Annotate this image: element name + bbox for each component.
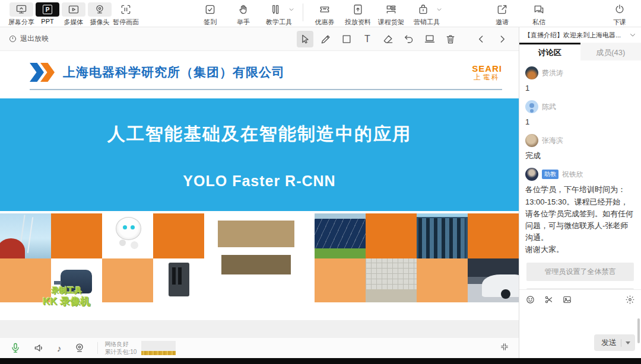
sign-in-icon: [198, 2, 222, 17]
chat-message: 张海滨 完成: [525, 134, 635, 162]
marketing-tools-icon: [411, 2, 435, 17]
eraser-tool-button[interactable]: [380, 31, 396, 47]
materials-button[interactable]: 投放资料: [345, 2, 371, 27]
live-intro-text: 【直播介绍】欢迎来到上海电器...: [524, 31, 629, 40]
sidebar-tabs: 讨论区 成员(43): [519, 43, 641, 60]
chat-message: 助教 祝铁欣 各位学员，下午培训时间为：13:00-15:30。课程已经开始，请…: [525, 168, 635, 256]
whiteboard-button[interactable]: [421, 31, 438, 47]
coupon-label: 优惠券: [315, 18, 335, 27]
avatar: [525, 168, 538, 181]
chat-settings-gear-button[interactable]: [625, 295, 635, 307]
network-status: 网络良好 累计丢包:10: [105, 340, 137, 356]
ppt-icon: P: [36, 2, 59, 17]
camera-button[interactable]: 摄像头: [87, 2, 113, 27]
raise-hand-label: 举手: [237, 18, 250, 27]
multimedia-label: 多媒体: [64, 18, 84, 27]
camera-label: 摄像头: [90, 18, 110, 27]
chat-sidebar: 【直播介绍】欢迎来到上海电器... 讨论区 成员(43) 费洪涛 1: [519, 27, 641, 358]
pause-screen-label: 暂停画面: [113, 18, 139, 27]
marketing-tools-button[interactable]: 营销工具: [411, 2, 442, 27]
double-chevron-icon: [30, 63, 55, 82]
chevron-down-icon: [288, 7, 294, 12]
chat-message: 陈武 1: [525, 100, 635, 128]
avatar: [525, 100, 538, 113]
text-tool-button[interactable]: T: [359, 31, 376, 47]
speaker-button[interactable]: [33, 342, 45, 354]
slide-banner: 人工智能基础及在智能制造中的应用 YOLO Faster R-CNN: [0, 98, 519, 211]
teaching-tools-button[interactable]: 教学工具: [264, 2, 294, 27]
orange-tile-light: [417, 258, 468, 302]
ppt-label: PPT: [41, 18, 53, 25]
music-button[interactable]: ♪: [57, 343, 62, 353]
materials-label: 投放资料: [345, 18, 371, 27]
orange-tile: [153, 213, 204, 258]
avatar: [525, 134, 538, 147]
pause-screen-button[interactable]: 暂停画面: [113, 2, 139, 27]
chevron-down-icon: [629, 31, 636, 39]
undo-button[interactable]: [401, 31, 417, 47]
live-intro-banner[interactable]: 【直播介绍】欢迎来到上海电器...: [519, 27, 641, 43]
webcam-button[interactable]: [74, 342, 85, 354]
stage-background: [0, 320, 519, 338]
pencil-tool-button[interactable]: [318, 31, 334, 47]
prev-page-button[interactable]: [473, 31, 490, 47]
sign-in-button[interactable]: 签到: [197, 2, 223, 27]
send-button[interactable]: 发送: [594, 334, 635, 351]
rectangle-tool-button[interactable]: [338, 31, 355, 47]
clear-trash-button[interactable]: [442, 31, 459, 47]
top-toolbar: 屏幕分享 P PPT 多媒体 摄像头: [0, 0, 641, 27]
select-tool-button[interactable]: [297, 31, 313, 47]
pause-screen-icon: [114, 2, 138, 17]
end-class-button[interactable]: 下课: [607, 2, 633, 27]
chevron-down-icon: [436, 7, 442, 12]
screen-share-button[interactable]: 屏幕分享: [8, 2, 34, 27]
photo-robot: [102, 213, 153, 258]
sender-name: 张海滨: [542, 136, 563, 146]
multimedia-button[interactable]: 多媒体: [61, 2, 87, 27]
recorder-watermark: 录制工具 KK 录像机: [43, 286, 90, 308]
photo-circuit-breaker: [153, 258, 204, 302]
collapse-fullscreen-button[interactable]: [500, 342, 509, 354]
exit-presentation-icon: [8, 34, 17, 43]
stage-bar: 退出放映 T: [0, 27, 519, 51]
company-name: 上海电器科学研究所（集团）有限公司: [63, 64, 285, 81]
private-message-icon: [527, 2, 551, 17]
chat-message-list[interactable]: 费洪涛 1 陈武 1 张海滨 完成: [519, 60, 641, 289]
slide-subtitle: YOLO Faster R-CNN: [183, 173, 335, 190]
chat-message: 费洪涛 1: [525, 66, 635, 94]
photo-wind-turbine: [0, 213, 51, 258]
window-bottom-edge: [0, 358, 641, 364]
packet-loss-line: 累计丢包:10: [105, 348, 137, 356]
orange-tile-light: [315, 258, 366, 302]
coupon-button[interactable]: 优惠券: [312, 2, 338, 27]
chat-text-input[interactable]: [519, 308, 641, 334]
ppt-slide: 上海电器科学研究所（集团）有限公司 SEARI 上電科 人工智能基础及在智能制造…: [0, 51, 519, 320]
invite-label: 邀请: [496, 18, 509, 27]
watermark-line1: 录制工具: [43, 286, 90, 295]
tab-discussion[interactable]: 讨论区: [519, 43, 580, 60]
microphone-button[interactable]: [9, 342, 21, 354]
invite-button[interactable]: 邀请: [489, 2, 515, 27]
slide-header: 上海电器科学研究所（集团）有限公司 SEARI 上電科: [30, 51, 502, 90]
photo-anechoic-chamber: [366, 258, 417, 302]
raise-hand-button[interactable]: 举手: [230, 2, 256, 27]
slide-title: 人工智能基础及在智能制造中的应用: [107, 122, 411, 146]
emoji-button[interactable]: [525, 295, 535, 307]
sidebar-scrollbar[interactable]: [637, 318, 640, 343]
course-shelf-button[interactable]: 课程货架: [378, 2, 404, 27]
multimedia-icon: [62, 2, 85, 17]
watermark-line2: KK 录像机: [43, 295, 90, 308]
private-message-button[interactable]: 私信: [526, 2, 552, 27]
screenshot-scissors-button[interactable]: [544, 295, 554, 307]
ppt-button[interactable]: P PPT: [34, 2, 61, 25]
sign-in-label: 签到: [204, 18, 217, 27]
send-options-caret-icon[interactable]: [626, 341, 630, 344]
photo-institute-building: [204, 213, 314, 302]
exit-presentation-button[interactable]: 退出放映: [8, 34, 49, 44]
message-text: 1: [525, 82, 635, 94]
image-button[interactable]: [562, 295, 572, 307]
tab-members[interactable]: 成员(43): [580, 43, 641, 60]
toolbar-right-group: 邀请 私信 下课: [478, 2, 633, 27]
next-page-button[interactable]: [494, 31, 510, 47]
chat-input-area: 发送: [519, 289, 641, 358]
